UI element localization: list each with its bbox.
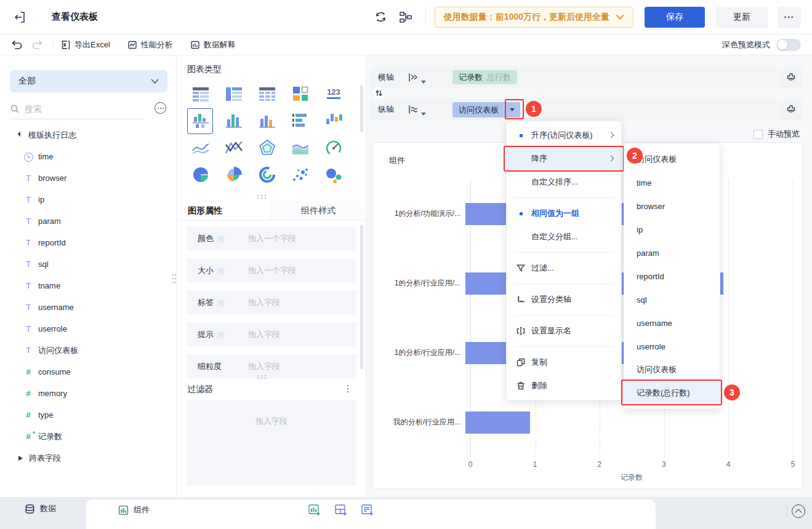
submenu-field-item[interactable]: username xyxy=(624,311,720,335)
field-row[interactable]: ip xyxy=(0,189,176,210)
dark-preview-toggle[interactable] xyxy=(776,39,801,51)
y-axis-type-icon[interactable] xyxy=(408,105,419,114)
menu-item-copy[interactable]: 复制 xyxy=(507,351,621,374)
lineage-icon[interactable] xyxy=(397,9,414,26)
section-resize-handle[interactable] xyxy=(257,194,268,199)
detail-table-icon[interactable] xyxy=(251,80,284,107)
submenu-field-item[interactable]: browser xyxy=(624,194,720,218)
measure-pill[interactable]: 记录数 总行数 xyxy=(452,70,517,84)
manual-preview-checkbox[interactable] xyxy=(754,130,763,139)
property-drop-row[interactable]: 颜色 拖入一个字段 xyxy=(187,226,356,251)
export-excel-button[interactable]: 导出Excel xyxy=(61,39,110,50)
submenu-field-item[interactable]: sql xyxy=(624,288,720,311)
tab-graphic-properties[interactable]: 图形属性 xyxy=(188,201,222,221)
pill-dropdown-icon[interactable] xyxy=(504,102,520,117)
tab-component-style[interactable]: 组件样式 xyxy=(270,201,366,220)
field-row[interactable]: tname xyxy=(0,275,176,296)
gear-icon[interactable] xyxy=(217,300,224,306)
group-table-icon[interactable] xyxy=(184,80,217,107)
field-row[interactable]: 模版执行日志 xyxy=(0,124,176,146)
performance-analysis-button[interactable]: 性能分析 xyxy=(127,39,173,50)
pie-icon[interactable] xyxy=(184,161,217,188)
field-row[interactable]: time xyxy=(0,146,176,167)
search-input[interactable] xyxy=(25,104,117,114)
rose-pie-icon[interactable] xyxy=(217,161,251,188)
redo-icon[interactable] xyxy=(30,38,46,52)
gear-icon[interactable] xyxy=(217,236,224,242)
submenu-field-item[interactable]: time xyxy=(624,171,720,194)
bar-horizontal-icon[interactable] xyxy=(284,107,317,134)
dimension-pill[interactable]: 访问仪表板 xyxy=(452,102,520,117)
add-component-button[interactable] xyxy=(308,503,321,517)
property-drop-row[interactable]: 提示 拖入字段 xyxy=(187,322,356,347)
data-usage-banner[interactable]: 使用数据量：前1000万行，更新后使用全量 xyxy=(435,7,633,28)
field-row[interactable]: reportId xyxy=(0,232,176,253)
tab-data[interactable]: 数据 xyxy=(25,503,56,514)
save-button[interactable]: 保存 xyxy=(645,7,705,28)
field-row[interactable]: browser xyxy=(0,167,176,189)
cross-table-icon[interactable] xyxy=(217,80,251,107)
menu-item-group-same-values[interactable]: 相同值为一组 xyxy=(507,202,621,225)
range-column-icon[interactable] xyxy=(317,107,350,134)
column-multi-icon[interactable] xyxy=(251,107,284,134)
donut-icon[interactable] xyxy=(251,161,284,188)
scrollbar[interactable] xyxy=(360,225,363,369)
refresh-icon[interactable] xyxy=(372,9,390,26)
search-more-icon[interactable] xyxy=(155,102,166,114)
panel-resize-handle[interactable] xyxy=(172,274,177,285)
kpi-card-icon[interactable] xyxy=(284,80,317,107)
column-icon[interactable] xyxy=(217,107,251,134)
submenu-field-item[interactable]: 访问仪表板 xyxy=(624,358,720,381)
field-row[interactable]: 记录数 xyxy=(0,426,176,447)
radar-icon[interactable] xyxy=(251,134,284,161)
field-row[interactable]: param xyxy=(0,210,176,232)
scatter-icon[interactable] xyxy=(284,161,317,188)
add-tab-layout-button[interactable] xyxy=(334,503,348,517)
submenu-field-item[interactable]: reportId xyxy=(624,264,720,288)
stacked-column-icon[interactable] xyxy=(184,107,217,134)
property-drop-row[interactable]: 细粒度 拖入字段 xyxy=(187,354,356,379)
field-row[interactable]: 访问仪表板 xyxy=(0,340,176,361)
menu-item-custom-sort[interactable]: 自定义排序... xyxy=(507,170,621,194)
section-resize-handle[interactable] xyxy=(257,375,268,380)
menu-item-ascending[interactable]: 升序(访问仪表板) xyxy=(507,124,621,147)
menu-item-descending[interactable]: 降序 xyxy=(507,147,621,170)
filter-drop-zone[interactable]: 拖入字段 xyxy=(187,400,356,486)
kpi-number-icon[interactable]: 123 xyxy=(317,80,350,107)
bubble-icon[interactable] xyxy=(317,161,350,188)
menu-item-delete[interactable]: 删除 xyxy=(507,374,621,397)
gear-icon[interactable] xyxy=(217,268,224,274)
submenu-field-item[interactable]: param xyxy=(624,241,720,264)
property-drop-row[interactable]: 标签 拖入字段 xyxy=(187,290,356,315)
data-explain-button[interactable]: 数据解释 xyxy=(190,39,236,50)
bar[interactable] xyxy=(465,412,530,434)
field-row[interactable]: consume xyxy=(0,361,176,383)
axis-format-brush-icon[interactable] xyxy=(779,66,802,88)
undo-icon[interactable] xyxy=(9,38,25,52)
field-row[interactable]: sql xyxy=(0,253,176,275)
property-drop-row[interactable]: 大小 拖入一个字段 xyxy=(187,258,356,283)
tab-component[interactable]: 组件 xyxy=(118,504,150,515)
submenu-field-item[interactable]: 记录数(总行数) xyxy=(624,381,720,405)
menu-item-custom-group[interactable]: 自定义分组... xyxy=(507,225,621,249)
field-row[interactable]: username xyxy=(0,296,176,318)
add-report-button[interactable] xyxy=(361,503,374,517)
more-button[interactable]: ··· xyxy=(778,7,801,28)
menu-item-set-display-name[interactable]: 设置显示名 xyxy=(507,319,621,343)
update-button[interactable]: 更新 xyxy=(716,7,768,28)
field-row[interactable]: 跨表字段 xyxy=(0,447,176,469)
menu-item-set-category-axis[interactable]: 设置分类轴 xyxy=(507,288,621,311)
menu-item-filter[interactable]: 过滤... xyxy=(507,257,621,280)
back-icon[interactable] xyxy=(11,9,28,26)
gear-icon[interactable] xyxy=(217,332,224,338)
gauge-icon[interactable] xyxy=(317,134,350,161)
swap-axes-icon[interactable] xyxy=(372,87,385,99)
field-row[interactable]: memory xyxy=(0,383,176,404)
axis-format-brush-icon[interactable] xyxy=(779,98,802,121)
area-icon[interactable] xyxy=(284,134,317,161)
line-icon[interactable] xyxy=(184,134,217,161)
submenu-field-item[interactable]: userrole xyxy=(624,335,720,358)
submenu-field-item[interactable]: ip xyxy=(624,218,720,241)
scrollbar[interactable] xyxy=(360,85,363,132)
multi-line-icon[interactable] xyxy=(217,134,251,161)
